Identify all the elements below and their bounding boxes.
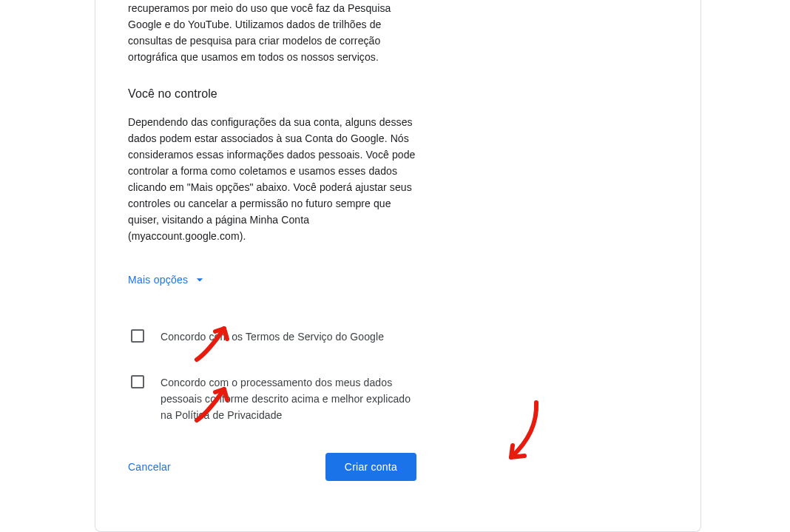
content-column: recuperamos por meio do uso que você faz… (128, 0, 416, 481)
terms-checkbox[interactable] (131, 329, 144, 343)
control-section-paragraph: Dependendo das configurações da sua cont… (128, 114, 416, 244)
consent-checkboxes: Concordo com os Termos de Serviço do Goo… (128, 329, 416, 423)
cancel-button[interactable]: Cancelar (122, 455, 177, 479)
terms-checkbox-row: Concordo com os Termos de Serviço do Goo… (128, 329, 416, 345)
control-section-title: Você no controle (128, 87, 416, 101)
privacy-checkbox-row: Concordo com o processamento dos meus da… (128, 374, 416, 423)
signup-card: recuperamos por meio do uso que você faz… (95, 0, 701, 532)
chevron-down-icon (192, 272, 207, 287)
more-options-label: Mais opções (128, 274, 188, 286)
intro-paragraph: recuperamos por meio do uso que você faz… (128, 0, 416, 65)
privacy-checkbox[interactable] (131, 375, 144, 388)
more-options-toggle[interactable]: Mais opções (128, 272, 207, 287)
action-buttons: Cancelar Criar conta (128, 453, 416, 481)
annotation-arrow-icon (501, 400, 545, 466)
terms-checkbox-label: Concordo com os Termos de Serviço do Goo… (161, 329, 384, 345)
create-account-button[interactable]: Criar conta (325, 453, 416, 481)
privacy-checkbox-label: Concordo com o processamento dos meus da… (161, 374, 416, 423)
